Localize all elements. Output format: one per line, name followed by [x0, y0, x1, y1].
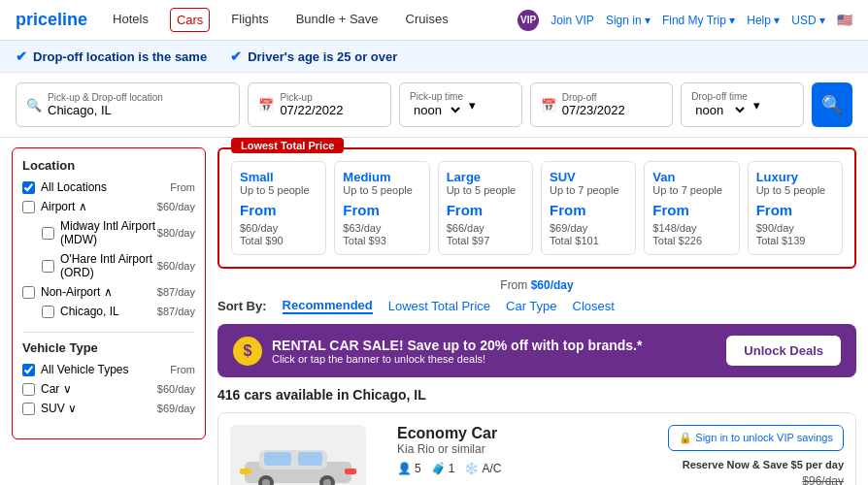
dropoff-date-input[interactable]	[562, 103, 663, 117]
non-airport-checkbox[interactable]	[22, 286, 35, 299]
sort-lowest-price[interactable]: Lowest Total Price	[388, 299, 490, 313]
dropoff-date-field[interactable]: 📅 Drop-off	[530, 82, 674, 127]
right-content: Lowest Total Price Small Up to 5 people …	[214, 138, 868, 485]
van-price: From $148/day	[652, 202, 730, 235]
car-checkbox[interactable]	[22, 383, 35, 396]
nav-cruises[interactable]: Cruises	[400, 8, 454, 32]
unlock-deals-button[interactable]: Unlock Deals	[726, 336, 841, 366]
sidebar-item-left-ord: O'Hare Intl Airport (ORD)	[42, 252, 157, 279]
luxury-type-name: Luxury	[756, 170, 834, 184]
sign-in-button[interactable]: Sign in	[606, 14, 651, 27]
pickup-date-input[interactable]	[280, 103, 381, 117]
calendar-icon-2: 📅	[541, 98, 556, 113]
car-svg	[235, 435, 361, 485]
check-icon-2: ✔	[230, 48, 242, 64]
svg-rect-2	[264, 452, 291, 466]
promo-banner-left: $ RENTAL CAR SALE! Save up to 20% off wi…	[233, 337, 642, 366]
suv-price: $69/day	[157, 403, 195, 414]
luxury-total: Total $139	[756, 235, 834, 246]
car-type-medium[interactable]: Medium Up to 5 people From $63/day Total…	[334, 161, 429, 255]
all-vehicles-checkbox[interactable]	[22, 364, 35, 376]
airport-checkbox[interactable]	[22, 201, 35, 213]
ac-label: A/C	[482, 462, 501, 475]
sidebar-item-airport[interactable]: Airport ∧ $60/day	[22, 200, 195, 213]
dropoff-time-field[interactable]: Drop-off time noon ▾	[681, 82, 804, 127]
location-section: Location All Locations From Airport ∧ $6…	[22, 158, 195, 318]
nav-hotels[interactable]: Hotels	[107, 8, 154, 32]
sidebar-item-car[interactable]: Car ∨ $60/day	[22, 382, 195, 396]
driver-age-check[interactable]: ✔ Driver's age is 25 or over	[230, 48, 397, 64]
chicago-checkbox[interactable]	[42, 306, 54, 318]
promo-banner[interactable]: $ RENTAL CAR SALE! Save up to 20% off wi…	[217, 324, 856, 377]
currency-button[interactable]: USD	[791, 14, 825, 27]
sidebar-item-suv[interactable]: SUV ∨ $69/day	[22, 402, 195, 415]
sidebar-item-all-locations[interactable]: All Locations From	[22, 180, 195, 194]
sidebar-item-left-airport: Airport ∧	[22, 200, 87, 213]
sidebar-item-left-suv: SUV ∨	[22, 402, 77, 415]
nav-flights[interactable]: Flights	[225, 8, 274, 32]
airport-price: $60/day	[157, 201, 195, 212]
car-type-small[interactable]: Small Up to 5 people From $60/day Total …	[231, 161, 326, 255]
dropoff-time-group: Drop-off time noon	[691, 91, 748, 118]
help-button[interactable]: Help	[747, 14, 780, 27]
nav-cars[interactable]: Cars	[170, 8, 210, 32]
location-input[interactable]	[48, 103, 211, 117]
car-image	[230, 425, 366, 485]
car-type-van[interactable]: Van Up to 7 people From $148/day Total $…	[644, 161, 739, 255]
ord-checkbox[interactable]	[42, 260, 54, 273]
flag-icon: 🇺🇸	[837, 13, 852, 27]
from-label: From $60/day	[217, 278, 856, 292]
header: priceline Hotels Cars Flights Bundle + S…	[0, 0, 868, 41]
vip-savings-label: Sign in to unlock VIP savings	[695, 432, 833, 443]
car-type-suv[interactable]: SUV Up to 7 people From $69/day Total $1…	[541, 161, 636, 255]
pickup-time-select[interactable]: noon	[410, 102, 463, 118]
location-field[interactable]: 🔍 Pick-up & Drop-off location	[16, 82, 240, 127]
suv-total: Total $101	[550, 235, 627, 246]
car-types-grid: Small Up to 5 people From $60/day Total …	[231, 161, 843, 255]
dropoff-same-label: Drop-off location is the same	[33, 49, 207, 64]
car-feature-ac: ❄️ A/C	[464, 462, 501, 475]
pickup-date-field[interactable]: 📅 Pick-up	[248, 82, 391, 127]
sort-car-type[interactable]: Car Type	[506, 299, 557, 313]
sort-closest[interactable]: Closest	[573, 299, 615, 313]
from-price: $60/day	[531, 278, 574, 292]
dropoff-time-select[interactable]: noon	[691, 102, 748, 118]
vip-savings[interactable]: 🔒 Sign in to unlock VIP savings	[668, 425, 844, 451]
search-button[interactable]: 🔍	[812, 82, 852, 127]
mdw-checkbox[interactable]	[42, 227, 54, 240]
large-type-name: Large	[447, 170, 524, 184]
non-airport-label: Non-Airport ∧	[41, 285, 113, 299]
find-trip-button[interactable]: Find My Trip	[662, 14, 735, 27]
suv-checkbox[interactable]	[22, 403, 35, 415]
join-vip-button[interactable]: Join VIP	[551, 14, 594, 27]
search-bar: 🔍 Pick-up & Drop-off location 📅 Pick-up …	[0, 73, 868, 138]
car-type-large[interactable]: Large Up to 5 people From $66/day Total …	[438, 161, 533, 255]
sidebar-item-all-vehicles[interactable]: All Vehicle Types From	[22, 363, 195, 376]
all-vehicles-label: All Vehicle Types	[41, 363, 129, 376]
pickup-time-field[interactable]: Pick-up time noon ▾	[399, 82, 522, 127]
sidebar-item-ord[interactable]: O'Hare Intl Airport (ORD) $60/day	[22, 252, 195, 279]
ord-label: O'Hare Intl Airport (ORD)	[60, 252, 157, 279]
van-type-name: Van	[652, 170, 730, 184]
car-pricing: 🔒 Sign in to unlock VIP savings Reserve …	[668, 425, 844, 485]
van-unit: /day	[677, 222, 697, 234]
mdw-label: Midway Intl Airport (MDW)	[60, 219, 157, 246]
bag-count: 1	[449, 462, 455, 475]
mdw-price: $80/day	[157, 227, 195, 239]
all-vehicles-price: From	[170, 364, 195, 375]
sidebar-item-chicago[interactable]: Chicago, IL $87/day	[22, 305, 195, 318]
nav-bundle[interactable]: Bundle + Save	[290, 8, 384, 32]
sidebar-item-mdw[interactable]: Midway Intl Airport (MDW) $80/day	[22, 219, 195, 246]
dropoff-label: Drop-off	[562, 92, 663, 103]
dropoff-same-check[interactable]: ✔ Drop-off location is the same	[16, 48, 207, 64]
chevron-down-icon: ▾	[469, 98, 476, 113]
sidebar-item-non-airport[interactable]: Non-Airport ∧ $87/day	[22, 285, 195, 299]
all-locations-price: From	[170, 181, 195, 193]
sort-recommended[interactable]: Recommended	[283, 298, 373, 314]
sidebar-item-left-chicago: Chicago, IL	[42, 305, 119, 318]
car-feature-bags: 🧳 1	[431, 462, 455, 475]
chicago-label: Chicago, IL	[60, 305, 119, 318]
all-locations-checkbox[interactable]	[22, 181, 35, 194]
large-unit: /day	[464, 222, 484, 234]
car-type-luxury[interactable]: Luxury Up to 5 people From $90/day Total…	[748, 161, 843, 255]
